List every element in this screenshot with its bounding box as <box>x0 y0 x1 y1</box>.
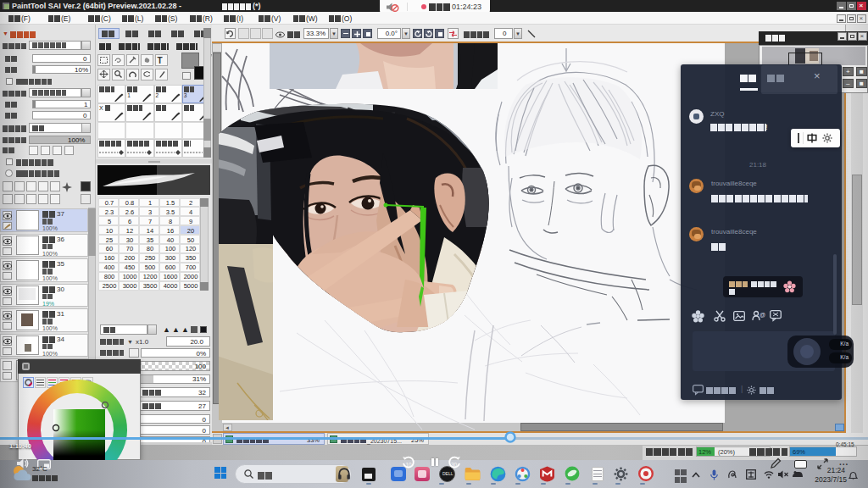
svg-text:10: 10 <box>406 462 413 468</box>
svg-text:@: @ <box>760 312 765 318</box>
svg-text:30: 30 <box>451 462 458 468</box>
